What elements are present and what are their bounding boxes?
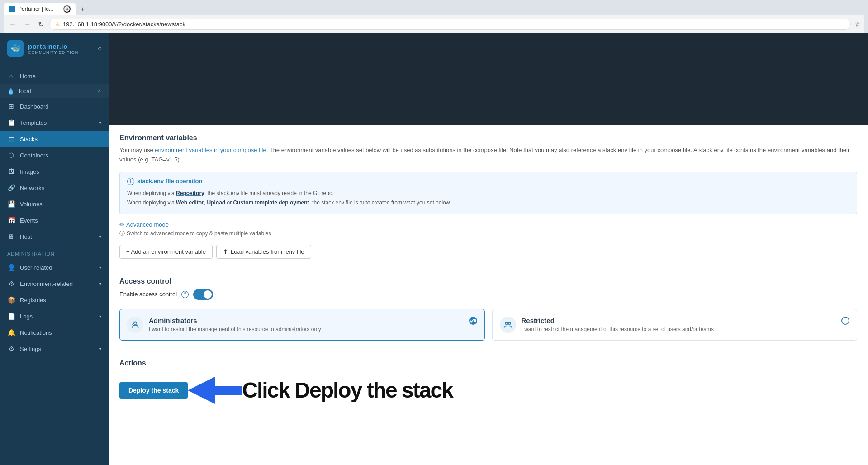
- admin-access-card[interactable]: Administrators I want to restrict the ma…: [119, 309, 485, 341]
- security-icon: ⚠: [55, 21, 60, 28]
- info-box-line2: When deploying via Web editor, Upload or…: [127, 198, 849, 208]
- bookmark-button[interactable]: ☆: [854, 20, 861, 28]
- custom-template-link[interactable]: Custom template deployment: [233, 199, 309, 206]
- stacks-label: Stacks: [20, 136, 101, 142]
- environment-related-label: Environment-related: [20, 280, 95, 287]
- upload-link[interactable]: Upload: [207, 199, 226, 206]
- sidebar-item-home[interactable]: ⌂ Home: [0, 68, 109, 84]
- sidebar-item-environment-related[interactable]: ⚙ Environment-related ▾: [0, 275, 109, 292]
- access-control-toggle[interactable]: [193, 289, 213, 300]
- click-annotation-text: Click Deploy the stack: [242, 378, 453, 403]
- active-tab[interactable]: Portainer | lo... ✕: [4, 3, 76, 15]
- deploy-stack-button[interactable]: Deploy the stack: [119, 382, 188, 399]
- registries-icon: 📦: [7, 296, 15, 304]
- arrow-annotation: Click Deploy the stack: [188, 375, 453, 406]
- sidebar-header: 🐳 portainer.io COMMUNITY EDITION «: [0, 33, 109, 64]
- events-label: Events: [20, 217, 101, 224]
- logs-label: Logs: [20, 313, 95, 320]
- admin-radio-circle: [469, 317, 477, 325]
- settings-icon: ⚙: [7, 345, 15, 352]
- logs-arrow-icon: ▾: [99, 314, 101, 319]
- dashboard-label: Dashboard: [20, 103, 101, 110]
- sidebar-item-logs[interactable]: 📄 Logs ▾: [0, 308, 109, 324]
- sidebar-item-notifications[interactable]: 🔔 Notifications: [0, 324, 109, 341]
- dashboard-icon: ⊞: [7, 103, 15, 110]
- templates-label: Templates: [20, 119, 95, 126]
- admin-card-title: Administrators: [149, 317, 464, 324]
- networks-label: Networks: [20, 185, 101, 191]
- address-bar[interactable]: ⚠ 192.168.1.18:9000/#/2/docker/stacks/ne…: [49, 19, 851, 30]
- compose-textarea[interactable]: [109, 33, 868, 123]
- notifications-label: Notifications: [20, 329, 101, 336]
- admin-card-desc: I want to restrict the management of thi…: [149, 326, 464, 332]
- env-variables-title: Environment variables: [119, 134, 857, 142]
- registries-label: Registries: [20, 297, 101, 304]
- repo-link[interactable]: Repository: [176, 190, 204, 196]
- tab-favicon: [9, 6, 15, 12]
- sidebar-item-volumes[interactable]: 💾 Volumes: [0, 196, 109, 212]
- env-item-local[interactable]: 💧 local ✕: [0, 84, 109, 98]
- templates-icon: 📋: [7, 119, 15, 126]
- sidebar-item-dashboard[interactable]: ⊞ Dashboard: [0, 98, 109, 114]
- sidebar-item-containers[interactable]: ⬡ Containers: [0, 147, 109, 163]
- info-box-line1: When deploying via Repository, the stack…: [127, 189, 849, 199]
- environment-related-icon: ⚙: [7, 280, 15, 287]
- browser-chrome: Portainer | lo... ✕ + ← → ↻ ⚠ 192.168.1.…: [0, 0, 868, 33]
- host-arrow-icon: ▾: [99, 234, 101, 239]
- images-label: Images: [20, 168, 101, 175]
- back-button[interactable]: ←: [7, 19, 18, 30]
- new-tab-button[interactable]: +: [77, 4, 88, 15]
- svg-point-2: [132, 324, 133, 325]
- sidebar-item-networks[interactable]: 🔗 Networks: [0, 180, 109, 196]
- portainer-logo-icon: 🐳: [7, 40, 24, 57]
- env-close-icon[interactable]: ✕: [97, 88, 101, 94]
- sidebar-item-templates[interactable]: 📋 Templates ▾: [0, 114, 109, 131]
- sidebar-item-host[interactable]: 🖥 Host ▾: [0, 228, 109, 245]
- arrow-svg: [188, 375, 242, 406]
- env-buttons-row: + Add an environment variable ⬆ Load var…: [119, 245, 857, 259]
- sidebar-logo: 🐳 portainer.io COMMUNITY EDITION: [7, 40, 78, 57]
- env-icon: 💧: [7, 88, 14, 95]
- load-env-file-button[interactable]: ⬆ Load variables from .env file: [216, 245, 311, 259]
- sidebar-item-stacks[interactable]: ▤ Stacks: [0, 131, 109, 147]
- actions-section: Actions Deploy the stack Click Deploy th…: [109, 350, 868, 424]
- settings-arrow-icon: ▾: [99, 346, 101, 351]
- volumes-label: Volumes: [20, 201, 101, 208]
- advanced-mode-hint: ⓘ Switch to advanced mode to copy & past…: [119, 230, 857, 237]
- sidebar-item-settings[interactable]: ⚙ Settings ▾: [0, 341, 109, 357]
- logo-sub: COMMUNITY EDITION: [28, 50, 78, 55]
- user-related-label: User-related: [20, 264, 95, 271]
- sidebar-item-user-related[interactable]: 👤 User-related ▾: [0, 259, 109, 275]
- access-cards-container: Administrators I want to restrict the ma…: [119, 309, 857, 341]
- admin-card-content: Administrators I want to restrict the ma…: [149, 317, 464, 332]
- host-label: Host: [20, 233, 95, 240]
- images-icon: 🖼: [7, 168, 15, 175]
- sidebar-logo-text: portainer.io COMMUNITY EDITION: [28, 43, 78, 55]
- networks-icon: 🔗: [7, 184, 15, 191]
- sidebar-collapse-button[interactable]: «: [98, 45, 101, 52]
- user-related-icon: 👤: [7, 264, 15, 271]
- reload-button[interactable]: ↻: [36, 18, 46, 30]
- sidebar-item-registries[interactable]: 📦 Registries: [0, 292, 109, 308]
- web-editor-link[interactable]: Web editor: [176, 199, 204, 206]
- sidebar-item-images[interactable]: 🖼 Images: [0, 163, 109, 180]
- restricted-radio-circle: [841, 317, 849, 325]
- restricted-access-card[interactable]: Restricted I want to restrict the manage…: [492, 309, 858, 341]
- main-content: Environment variables You may use enviro…: [109, 33, 868, 465]
- sidebar-item-events[interactable]: 📅 Events: [0, 212, 109, 228]
- advanced-mode-link[interactable]: ✏ Advanced mode: [119, 221, 857, 228]
- svg-point-4: [505, 322, 508, 324]
- tab-title: Portainer | lo...: [18, 6, 61, 12]
- env-variables-link[interactable]: environment variables in your compose fi…: [155, 147, 266, 153]
- add-env-variable-button[interactable]: + Add an environment variable: [119, 245, 213, 259]
- upload-icon: ⬆: [223, 248, 228, 255]
- tab-close-button[interactable]: ✕: [63, 5, 71, 13]
- forward-button[interactable]: →: [22, 19, 33, 30]
- admin-section-label: Administration: [0, 248, 109, 259]
- advanced-mode-container: ✏ Advanced mode ⓘ Switch to advanced mod…: [119, 221, 857, 237]
- environment-related-arrow-icon: ▾: [99, 281, 101, 286]
- compose-editor-area: [109, 33, 868, 125]
- edit-icon: ✏: [119, 221, 124, 228]
- restricted-card-icon: [500, 317, 516, 333]
- info-box-title: i stack.env file operation: [127, 178, 849, 185]
